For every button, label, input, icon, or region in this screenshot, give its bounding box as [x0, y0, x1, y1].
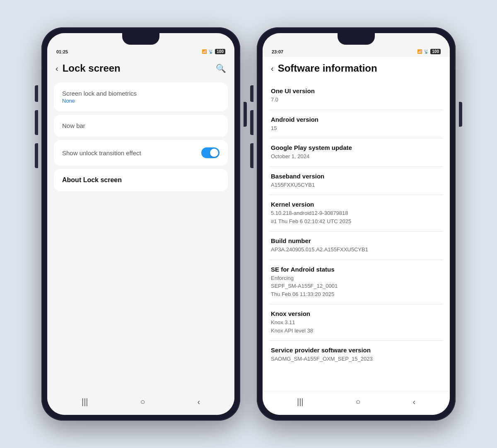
now-bar-title: Now bar	[62, 122, 220, 129]
signal-icon-2: 📶	[417, 49, 422, 54]
info-label-oneui: One UI version	[271, 87, 442, 94]
about-lock-title: About Lock screen	[62, 176, 220, 184]
status-time-2: 23:07	[272, 49, 283, 54]
recent-apps-button-1[interactable]: |||	[82, 397, 88, 407]
status-icons-1: 📶 📡 100	[202, 49, 225, 54]
screen-lock-card[interactable]: Screen lock and biometrics None	[54, 82, 228, 111]
home-button-1[interactable]: ○	[140, 397, 145, 407]
phone-screen-2: 23:07 📶 📡 100 ‹ Software information	[263, 33, 450, 415]
info-item-android: Android version 15	[269, 110, 443, 139]
unlock-effect-card[interactable]: Show unlock transition effect	[54, 140, 228, 166]
wifi-icon-2: 📡	[424, 49, 429, 54]
unlock-effect-toggle[interactable]	[201, 147, 220, 158]
info-item-baseband: Baseband version A155FXXU5CYB1	[269, 167, 443, 195]
info-label-build: Build number	[271, 237, 442, 244]
bixby-button[interactable]	[35, 143, 38, 168]
now-bar-card[interactable]: Now bar	[54, 115, 228, 137]
volume-up-button-2[interactable]	[250, 85, 253, 102]
software-info-list: One UI version 7.0 Android version 15 Go…	[263, 78, 450, 391]
back-nav-button-1[interactable]: ‹	[197, 397, 200, 407]
search-icon-1[interactable]: 🔍	[216, 63, 226, 73]
battery-1: 100	[215, 49, 225, 54]
lock-screen-settings-list: Screen lock and biometrics None Now bar …	[47, 78, 234, 195]
info-value-service-provider: SAOMG_SM-A155F_OXM_SEP_15_2023	[271, 355, 442, 363]
signal-icon-1: 📶	[202, 49, 207, 54]
lock-screen-content: ‹ Lock screen 🔍 Screen lock and biometri…	[47, 57, 234, 391]
info-item-oneui: One UI version 7.0	[269, 82, 443, 110]
bottom-nav-2: ||| ○ ‹	[263, 391, 450, 415]
software-info-header: ‹ Software information	[263, 57, 450, 78]
software-info-title: Software information	[278, 63, 377, 74]
back-button-2[interactable]: ‹	[271, 64, 274, 73]
lock-screen-title: Lock screen	[63, 63, 121, 74]
info-value-build: AP3A.240905.015.A2.A155FXXU5CYB1	[271, 246, 442, 254]
back-nav-button-2[interactable]: ‹	[413, 397, 415, 407]
header-left-2: ‹ Software information	[271, 63, 377, 74]
info-label-android: Android version	[271, 116, 442, 123]
info-value-se: Enforcing SEPF_SM-A155F_12_0001 Thu Feb …	[271, 274, 442, 299]
info-item-kernel: Kernel version 5.10.218-android12-9-3087…	[269, 195, 443, 231]
volume-down-button-2[interactable]	[250, 110, 253, 135]
info-label-baseband: Baseband version	[271, 173, 442, 180]
phone-2: 23:07 📶 📡 100 ‹ Software information	[257, 27, 456, 421]
about-lock-card[interactable]: About Lock screen	[54, 169, 228, 191]
recent-apps-button-2[interactable]: |||	[297, 397, 304, 407]
back-button-1[interactable]: ‹	[55, 64, 58, 73]
power-button-2[interactable]	[459, 102, 462, 127]
notch-2	[338, 33, 375, 45]
info-label-service-provider: Service provider software version	[271, 347, 442, 354]
info-value-android: 15	[271, 124, 442, 132]
info-item-se: SE for Android status Enforcing SEPF_SM-…	[269, 260, 443, 305]
software-info-content: ‹ Software information One UI version 7.…	[263, 57, 450, 391]
info-value-oneui: 7.0	[271, 96, 442, 104]
info-item-playstore: Google Play system update October 1, 202…	[269, 138, 443, 167]
status-icons-2: 📶 📡 100	[417, 49, 441, 54]
info-value-knox: Knox 3.11 Knox API level 38	[271, 318, 442, 335]
info-value-playstore: October 1, 2024	[271, 152, 442, 161]
bottom-nav-1: ||| ○ ‹	[47, 391, 234, 415]
info-label-knox: Knox version	[271, 310, 442, 317]
volume-up-button[interactable]	[35, 85, 38, 102]
info-item-build: Build number AP3A.240905.015.A2.A155FXXU…	[269, 231, 443, 260]
unlock-effect-title: Show unlock transition effect	[62, 149, 141, 157]
header-left-1: ‹ Lock screen	[55, 63, 121, 74]
bixby-button-2[interactable]	[250, 143, 253, 168]
screen-lock-title: Screen lock and biometrics	[62, 90, 220, 97]
info-label-se: SE for Android status	[271, 266, 442, 273]
info-label-kernel: Kernel version	[271, 201, 442, 208]
info-item-knox: Knox version Knox 3.11 Knox API level 38	[269, 304, 443, 341]
phone-1: 01:25 📶 📡 100 ‹ Lock screen 🔍	[41, 27, 240, 421]
status-time-1: 01:25	[56, 49, 68, 54]
lock-screen-header: ‹ Lock screen 🔍	[47, 57, 234, 78]
power-button[interactable]	[244, 102, 247, 127]
screen-lock-subtitle: None	[62, 98, 220, 104]
volume-down-button[interactable]	[35, 110, 38, 135]
phone-screen-1: 01:25 📶 📡 100 ‹ Lock screen 🔍	[47, 33, 234, 415]
info-label-playstore: Google Play system update	[271, 144, 442, 151]
info-item-service-provider: Service provider software version SAOMG_…	[269, 341, 443, 369]
battery-2: 100	[430, 49, 441, 54]
home-button-2[interactable]: ○	[355, 397, 360, 407]
info-value-baseband: A155FXXU5CYB1	[271, 181, 442, 189]
info-value-kernel: 5.10.218-android12-9-30879818 #1 Thu Feb…	[271, 209, 442, 225]
wifi-icon-1: 📡	[208, 49, 213, 54]
notch	[122, 33, 159, 45]
